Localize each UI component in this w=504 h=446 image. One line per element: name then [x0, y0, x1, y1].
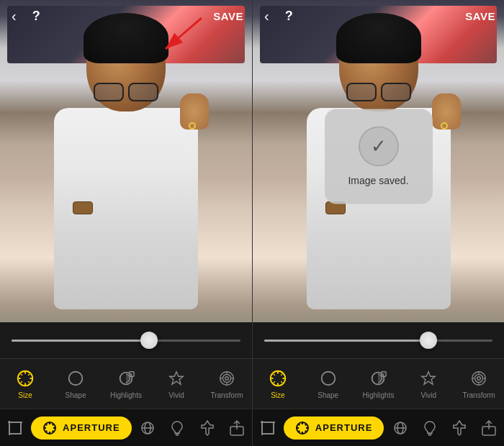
right-save-button[interactable]: SAVE: [465, 10, 495, 22]
right-crop-icon[interactable]: [254, 414, 282, 442]
svg-point-60: [477, 377, 481, 381]
svg-line-49: [274, 374, 275, 376]
left-transform-icon: [217, 368, 237, 388]
right-saved-text: Image saved.: [348, 175, 408, 186]
svg-point-59: [475, 374, 483, 382]
svg-line-51: [281, 374, 282, 376]
left-shape-icon: [66, 368, 86, 388]
left-top-bar-left: ‹ ?: [9, 5, 43, 27]
right-bottom-tabs: Size Shape Highlights: [253, 358, 504, 409]
left-share-icon[interactable]: [223, 414, 251, 442]
right-help-button[interactable]: ?: [282, 6, 296, 27]
right-tab-transform-label: Transform: [462, 391, 495, 399]
left-bottom-tabs: Size Shape Highlights: [0, 358, 252, 409]
svg-line-7: [21, 374, 22, 376]
left-tab-vivid-label: Vivid: [168, 391, 184, 399]
left-tab-highlights[interactable]: Highlights: [107, 368, 146, 399]
right-pin-icon[interactable]: [446, 414, 473, 442]
left-filter-icon[interactable]: [134, 414, 161, 442]
left-back-button[interactable]: ‹: [9, 5, 19, 27]
svg-line-34: [53, 430, 54, 432]
left-watch: [73, 201, 93, 214]
left-photo-bg: [0, 0, 252, 322]
left-tab-vivid[interactable]: Vivid: [157, 368, 197, 399]
left-action-bar: APERTURE: [0, 409, 252, 446]
left-panel: ‹ ? SAVE: [0, 0, 252, 446]
right-size-icon: [268, 368, 288, 388]
left-top-bar: ‹ ? SAVE: [0, 0, 252, 32]
right-top-bar: ‹ ? SAVE: [253, 0, 504, 32]
left-tab-transform-label: Transform: [210, 391, 243, 399]
left-slider-area: [0, 322, 252, 358]
left-tab-size-label: Size: [18, 391, 32, 399]
right-filter-icon[interactable]: [387, 414, 414, 442]
left-tab-transform[interactable]: Transform: [207, 368, 247, 399]
left-crop-icon[interactable]: [1, 414, 29, 442]
svg-line-75: [298, 424, 300, 425]
svg-point-11: [69, 372, 83, 386]
svg-point-18: [225, 377, 229, 381]
svg-line-36: [45, 430, 47, 432]
right-tab-size-label: Size: [271, 391, 284, 399]
svg-line-35: [53, 424, 54, 425]
left-tab-shape-label: Shape: [66, 391, 86, 399]
right-action-bar: APERTURE: [253, 409, 504, 446]
left-pin-icon[interactable]: [194, 414, 221, 442]
right-tab-shape-label: Shape: [318, 391, 338, 399]
right-glasses: [346, 83, 411, 99]
left-save-button[interactable]: SAVE: [213, 10, 243, 22]
right-check-circle: ✓: [359, 126, 399, 166]
right-tab-vivid[interactable]: Vivid: [409, 368, 449, 399]
left-photo-area: [0, 0, 252, 322]
left-size-icon: [15, 368, 35, 388]
svg-point-53: [321, 372, 335, 386]
svg-marker-57: [422, 372, 436, 385]
left-glasses: [94, 83, 158, 99]
svg-line-78: [298, 430, 300, 432]
left-tab-highlights-label: Highlights: [110, 391, 142, 399]
right-tab-highlights-label: Highlights: [363, 391, 395, 399]
right-vivid-icon: [418, 368, 438, 388]
svg-marker-15: [170, 372, 184, 385]
left-ring: [189, 122, 196, 129]
svg-line-8: [28, 381, 30, 383]
right-shape-icon: [318, 368, 338, 388]
right-photo-area: ✓ Image saved.: [253, 0, 504, 322]
right-tab-highlights[interactable]: Highlights: [359, 368, 398, 399]
left-help-button[interactable]: ?: [30, 6, 43, 27]
right-slider-fill: [264, 340, 428, 342]
right-slider-thumb[interactable]: [420, 332, 437, 349]
right-tab-size[interactable]: Size: [258, 368, 297, 399]
left-bulb-icon[interactable]: [163, 414, 191, 442]
right-slider-area: [253, 322, 504, 358]
left-slider-thumb[interactable]: [140, 332, 158, 349]
right-bulb-icon[interactable]: [416, 414, 444, 442]
right-aperture-button[interactable]: APERTURE: [284, 417, 384, 440]
right-back-button[interactable]: ‹: [261, 5, 272, 27]
svg-rect-23: [9, 422, 21, 434]
svg-line-77: [305, 424, 307, 425]
right-top-bar-left: ‹ ?: [261, 5, 296, 27]
right-share-icon[interactable]: [475, 414, 503, 442]
right-highlights-icon: [368, 368, 388, 388]
svg-line-33: [45, 424, 47, 425]
right-tab-transform[interactable]: Transform: [459, 368, 499, 399]
left-aperture-button[interactable]: APERTURE: [31, 417, 132, 440]
right-panel: ‹ ? SAVE ✓ Image sa: [252, 0, 504, 446]
right-ring: [441, 122, 448, 129]
right-checkmark: ✓: [371, 135, 387, 158]
left-highlights-icon: [116, 368, 136, 388]
left-vivid-icon: [166, 368, 186, 388]
left-tab-shape[interactable]: Shape: [56, 368, 96, 399]
right-aperture-label: APERTURE: [315, 422, 373, 433]
right-tab-vivid-label: Vivid: [421, 391, 437, 399]
left-aperture-label: APERTURE: [63, 422, 120, 433]
svg-line-9: [28, 374, 30, 376]
left-tab-size[interactable]: Size: [6, 368, 45, 399]
right-slider-track[interactable]: [264, 340, 492, 342]
right-tab-shape[interactable]: Shape: [308, 368, 348, 399]
svg-line-52: [274, 381, 275, 383]
svg-point-17: [222, 374, 230, 382]
left-slider-track[interactable]: [12, 340, 240, 342]
svg-line-76: [305, 430, 307, 432]
